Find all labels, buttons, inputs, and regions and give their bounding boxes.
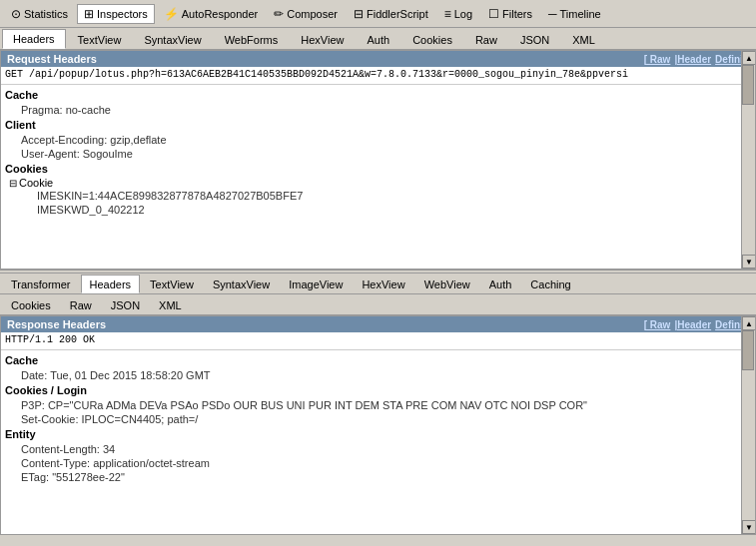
toolbar-composer[interactable]: ✏ Composer (267, 4, 345, 24)
section-client-title: Client (5, 117, 739, 133)
toolbar: ⊙ Statistics ⊞ Inspectors ⚡ AutoResponde… (0, 0, 756, 28)
cookie-imeskin: IMESKIN=1:44ACE899832877878A4827027B05BF… (5, 189, 739, 203)
toolbar-autoresponder[interactable]: ⚡ AutoResponder (157, 4, 265, 24)
request-content: Cache Pragma: no-cache Client Accept-Enc… (1, 85, 755, 267)
tab-response-caching[interactable]: Caching (521, 274, 579, 293)
tab-response-headers[interactable]: Headers (81, 274, 141, 293)
response-header-link[interactable]: |Header (674, 319, 711, 330)
request-raw-link[interactable]: [ Raw (644, 54, 671, 65)
response-tab-bar-row2: Cookies Raw JSON XML (0, 294, 756, 315)
request-scrollbar[interactable]: ▲ ▼ (741, 51, 755, 269)
header-user-agent: User-Agent: SogouIme (5, 147, 739, 161)
resp-header-content-type: Content-Type: application/octet-stream (5, 456, 739, 470)
resp-section-cookies-title: Cookies / Login (5, 382, 739, 398)
filters-icon: ☐ (488, 7, 499, 21)
tab-response-cookies[interactable]: Cookies (2, 295, 60, 314)
tab-request-webforms[interactable]: WebForms (214, 29, 290, 49)
request-panel-links: [ Raw |Header Definiti (644, 54, 749, 65)
toolbar-inspectors-label: Inspectors (97, 8, 148, 20)
toolbar-filters[interactable]: ☐ Filters (481, 4, 539, 24)
cookie-row: ⊟ Cookie (5, 177, 739, 189)
resp-section-entity-title: Entity (5, 426, 739, 442)
response-panel-title: Response Headers (7, 318, 106, 330)
toolbar-filters-label: Filters (502, 8, 532, 20)
toolbar-statistics-label: Statistics (24, 8, 68, 20)
tab-request-raw[interactable]: Raw (464, 29, 508, 49)
resp-header-p3p: P3P: CP="CURa ADMa DEVa PSAo PSDo OUR BU… (5, 398, 739, 412)
cookie-imeskwd: IMESKWD_0_402212 (5, 203, 739, 217)
request-scroll-up[interactable]: ▲ (742, 51, 756, 65)
resp-header-etag: ETag: "551278ee-22" (5, 470, 739, 484)
header-pragma: Pragma: no-cache (5, 103, 739, 117)
header-accept-encoding: Accept-Encoding: gzip,deflate (5, 133, 739, 147)
tab-request-xml[interactable]: XML (561, 29, 606, 49)
response-panel: Response Headers [ Raw |Header Definiti … (0, 315, 756, 535)
tab-request-textview[interactable]: TextView (67, 29, 133, 49)
toolbar-log[interactable]: ≡ Log (437, 4, 479, 24)
response-raw-link[interactable]: [ Raw (644, 319, 671, 330)
cookie-label: Cookie (19, 177, 53, 189)
request-url-bar: GET /api/popup/lotus.php?h=613AC6AEB2B41… (1, 67, 755, 85)
resp-header-content-length: Content-Length: 34 (5, 442, 739, 456)
tab-response-imageview[interactable]: ImageView (280, 274, 352, 293)
toolbar-log-label: Log (454, 8, 472, 20)
request-panel-title: Request Headers (7, 53, 97, 65)
tab-response-raw[interactable]: Raw (61, 295, 101, 314)
toolbar-timeline[interactable]: ─ Timeline (541, 4, 608, 24)
response-tab-bar-row1: Transformer Headers TextView SyntaxView … (0, 273, 756, 294)
response-scroll-down[interactable]: ▼ (742, 520, 756, 534)
inspectors-icon: ⊞ (84, 7, 94, 21)
request-scroll-thumb[interactable] (742, 65, 754, 105)
tab-response-transformer[interactable]: Transformer (2, 274, 80, 293)
tab-response-hexview[interactable]: HexView (353, 274, 413, 293)
section-cache-title: Cache (5, 87, 739, 103)
toolbar-fiddlerscript-label: FiddlerScript (367, 8, 428, 20)
toolbar-fiddlerscript[interactable]: ⊟ FiddlerScript (347, 4, 435, 24)
tab-response-xml[interactable]: XML (150, 295, 191, 314)
request-panel-header: Request Headers [ Raw |Header Definiti (1, 51, 755, 67)
response-scroll-up[interactable]: ▲ (742, 316, 756, 330)
toolbar-autoresponder-label: AutoResponder (182, 8, 258, 20)
log-icon: ≡ (444, 7, 451, 21)
tab-request-hexview[interactable]: HexView (290, 29, 355, 49)
timeline-icon: ─ (548, 7, 557, 21)
response-status: HTTP/1.1 200 OK (5, 334, 95, 345)
response-scrollbar[interactable]: ▲ ▼ (741, 316, 755, 534)
tab-request-auth[interactable]: Auth (357, 29, 401, 49)
response-panel-header: Response Headers [ Raw |Header Definiti (1, 316, 755, 332)
resp-section-cache-title: Cache (5, 352, 739, 368)
resp-header-set-cookie: Set-Cookie: IPLOC=CN4405; path=/ (5, 412, 739, 426)
tab-response-auth[interactable]: Auth (480, 274, 521, 293)
response-panel-links: [ Raw |Header Definiti (644, 319, 749, 330)
tab-response-syntaxview[interactable]: SyntaxView (204, 274, 279, 293)
request-header-link[interactable]: |Header (674, 54, 711, 65)
section-cookies-title: Cookies (5, 161, 739, 177)
autoresponder-icon: ⚡ (164, 7, 179, 21)
request-tab-bar: Headers TextView SyntaxView WebForms Hex… (0, 28, 756, 50)
request-panel: Request Headers [ Raw |Header Definiti G… (0, 50, 756, 270)
toolbar-composer-label: Composer (287, 8, 338, 20)
toolbar-timeline-label: Timeline (560, 8, 601, 20)
fiddlerscript-icon: ⊟ (354, 7, 364, 21)
resp-header-date: Date: Tue, 01 Dec 2015 18:58:20 GMT (5, 368, 739, 382)
tab-request-cookies[interactable]: Cookies (401, 29, 463, 49)
toolbar-statistics[interactable]: ⊙ Statistics (4, 4, 75, 24)
request-url: GET /api/popup/lotus.php?h=613AC6AEB2B41… (5, 69, 628, 80)
toolbar-inspectors[interactable]: ⊞ Inspectors (77, 4, 155, 24)
tab-response-textview[interactable]: TextView (141, 274, 203, 293)
response-status-line: HTTP/1.1 200 OK (1, 332, 755, 350)
tab-response-webview[interactable]: WebView (415, 274, 479, 293)
tab-response-json[interactable]: JSON (102, 295, 149, 314)
cookie-expand-icon[interactable]: ⊟ (9, 178, 19, 189)
statistics-icon: ⊙ (11, 7, 21, 21)
tab-request-syntaxview[interactable]: SyntaxView (133, 29, 212, 49)
composer-icon: ✏ (274, 7, 284, 21)
request-scroll-down[interactable]: ▼ (742, 255, 756, 269)
response-scroll-thumb[interactable] (742, 330, 754, 370)
tab-request-json[interactable]: JSON (509, 29, 560, 49)
response-content: Cache Date: Tue, 01 Dec 2015 18:58:20 GM… (1, 350, 755, 532)
tab-request-headers[interactable]: Headers (2, 29, 66, 49)
